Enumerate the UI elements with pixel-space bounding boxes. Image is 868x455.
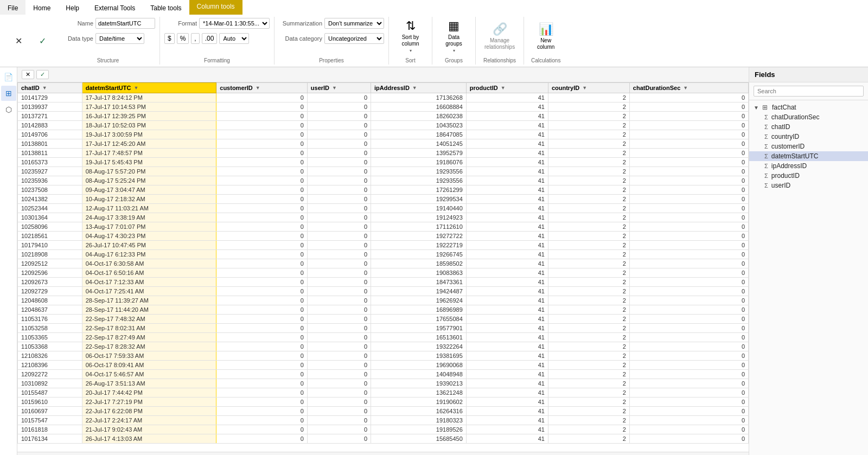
cell-customerID: 0	[216, 176, 308, 185]
tab-table-tools[interactable]: Table tools	[143, 0, 189, 15]
fields-search-input[interactable]	[754, 86, 864, 97]
tree-item-productid[interactable]: Σ productID	[749, 171, 868, 181]
cell-productID: 41	[466, 259, 548, 268]
cell-chatID: 10149706	[18, 130, 82, 139]
cell-customerID: 0	[216, 185, 308, 195]
tab-home[interactable]: Home	[25, 0, 58, 15]
cell-customerID: 0	[216, 259, 308, 268]
col-filter-countryID[interactable]: ▼	[582, 85, 587, 91]
cell-chatDurationSec: 0	[629, 398, 748, 407]
col-filter-userID[interactable]: ▼	[332, 85, 337, 91]
col-filter-chatID[interactable]: ▼	[42, 85, 47, 91]
fields-panel: Fields ▼ ⊞ factChatΣ chatDurationSecΣ ch…	[749, 67, 868, 455]
name-input[interactable]	[95, 18, 155, 29]
ribbon: File Home Help External Tools Table tool…	[0, 0, 868, 67]
cell-countryID: 2	[548, 425, 629, 434]
tree-item-datetmstartutc[interactable]: Σ datetmStartUTC	[749, 151, 868, 161]
auto-select[interactable]: Auto	[219, 33, 249, 44]
tab-help[interactable]: Help	[58, 0, 87, 15]
cell-userID: 0	[307, 268, 371, 278]
tab-file[interactable]: File	[0, 0, 25, 15]
col-header-countryID[interactable]: countryID ▼	[548, 83, 629, 93]
col-header-datetmStartUTC[interactable]: datetmStartUTC ▼	[82, 83, 216, 93]
col-header-chatID[interactable]: chatID ▼	[18, 83, 82, 93]
table-container[interactable]: chatID ▼ datetmStartUTC ▼ customerID ▼ u…	[17, 82, 749, 452]
tree-item-userid[interactable]: Σ userID	[749, 181, 868, 190]
cell-datetmStartUTC: 04-Aug-17 6:12:33 PM	[82, 250, 216, 259]
col-filter-chatDurationSec[interactable]: ▼	[683, 85, 688, 91]
cell-chatID: 10160697	[18, 407, 82, 416]
cell-userID: 0	[307, 333, 371, 342]
percent-btn[interactable]: %	[177, 33, 189, 44]
cell-customerID: 0	[216, 158, 308, 167]
table-row: 1105317622-Sep-17 7:48:32 AM001765508441…	[18, 315, 749, 324]
cell-chatID: 10137271	[18, 112, 82, 121]
col-filter-customerID[interactable]: ▼	[256, 85, 260, 91]
sidebar-icon-report[interactable]: 📄	[1, 69, 16, 85]
tree-item-ipaddressid[interactable]: Σ ipAddressID	[749, 161, 868, 171]
currency-btn[interactable]: $	[164, 33, 175, 44]
tree-item-customerid[interactable]: Σ customerID	[749, 142, 868, 151]
sidebar-icon-data[interactable]: ⊞	[1, 86, 16, 101]
table-row: 1209259604-Oct-17 6:50:16 AM001908386341…	[18, 268, 749, 278]
sigma-icon: Σ	[764, 114, 768, 120]
new-column-btn[interactable]: 📊 Newcolumn	[533, 20, 559, 53]
cell-ipAddressID: 19186076	[371, 158, 467, 167]
cell-userID: 0	[307, 112, 371, 121]
comma-btn[interactable]: ,	[191, 33, 199, 44]
cell-customerID: 0	[216, 167, 308, 176]
cell-chatDurationSec: 0	[629, 425, 748, 434]
data-groups-icon: ▦	[448, 19, 459, 33]
cell-ipAddressID: 19322264	[371, 342, 467, 351]
manage-relationships-btn[interactable]: 🔗 Managerelationships	[480, 20, 519, 53]
new-column-label: Newcolumn	[537, 37, 554, 50]
cell-datetmStartUTC: 08-Aug-17 5:57:20 PM	[82, 167, 216, 176]
cancel-toolbar-btn[interactable]: ✕	[22, 70, 34, 79]
cell-customerID: 0	[216, 287, 308, 296]
col-filter-productID[interactable]: ▼	[501, 85, 506, 91]
confirm-toolbar-btn[interactable]: ✓	[36, 70, 49, 79]
col-header-productID[interactable]: productID ▼	[466, 83, 548, 93]
cell-chatDurationSec: 0	[629, 241, 748, 250]
summarization-select[interactable]: Don't summarize	[324, 18, 384, 29]
cell-chatDurationSec: 0	[629, 130, 748, 139]
cell-chatDurationSec: 0	[629, 250, 748, 259]
cell-userID: 0	[307, 351, 371, 361]
sidebar-icon-model[interactable]: ⬡	[1, 102, 16, 117]
table-row: 1021890804-Aug-17 6:12:33 PM001926674541…	[18, 250, 749, 259]
cell-chatID: 12108326	[18, 351, 82, 361]
data-category-select[interactable]: Uncategorized	[324, 33, 384, 44]
col-header-ipAddressID[interactable]: ipAddressID ▼	[371, 83, 467, 93]
format-select[interactable]: *14-Mar-01 1:30:55...	[199, 18, 270, 29]
cell-chatID: 12092729	[18, 287, 82, 296]
sort-by-column-btn[interactable]: ⇅ Sort bycolumn ▾	[397, 17, 423, 55]
tab-column-tools[interactable]: Column tools	[189, 0, 242, 15]
decimal-btn[interactable]: .00	[202, 33, 218, 44]
col-header-chatDurationSec[interactable]: chatDurationSec ▼	[629, 83, 748, 93]
cell-datetmStartUTC: 26-Jul-17 10:47:45 PM	[82, 241, 216, 250]
data-type-select[interactable]: Date/time	[95, 33, 144, 44]
cell-countryID: 2	[548, 434, 629, 444]
col-filter-datetmStartUTC[interactable]: ▼	[133, 85, 138, 91]
cell-productID: 41	[466, 434, 548, 444]
cell-customerID: 0	[216, 296, 308, 305]
table-row: 1016069722-Jul-17 6:22:08 PM001626431641…	[18, 407, 749, 416]
tree-item-chatid[interactable]: Σ chatID	[749, 122, 868, 132]
cancel-button[interactable]: ✕	[8, 34, 29, 48]
data-groups-btn[interactable]: ▦ Datagroups ▾	[441, 17, 467, 55]
tree-item-chatdurationsec[interactable]: Σ chatDurationSec	[749, 112, 868, 122]
table-row: 1023750809-Aug-17 3:04:47 AM001726129941…	[18, 185, 749, 195]
tree-item-factchat[interactable]: ▼ ⊞ factChat	[749, 102, 868, 112]
table-row: 1017613426-Jul-17 4:13:03 AM001568545041…	[18, 434, 749, 444]
tab-external-tools[interactable]: External Tools	[87, 0, 143, 15]
col-header-userID[interactable]: userID ▼	[307, 83, 371, 93]
col-header-customerID[interactable]: customerID ▼	[216, 83, 308, 93]
cell-userID: 0	[307, 102, 371, 112]
cell-countryID: 2	[548, 398, 629, 407]
confirm-button[interactable]: ✓	[31, 34, 53, 48]
cell-chatDurationSec: 0	[629, 93, 748, 102]
cell-ipAddressID: 19626924	[371, 296, 467, 305]
col-filter-ipAddressID[interactable]: ▼	[412, 85, 417, 91]
cell-countryID: 2	[548, 379, 629, 388]
tree-item-countryid[interactable]: Σ countryID	[749, 132, 868, 142]
